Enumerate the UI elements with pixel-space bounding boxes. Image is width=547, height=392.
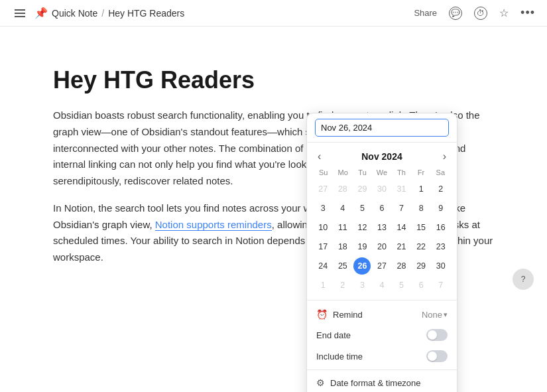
calendar-day[interactable]: 25: [334, 257, 351, 275]
calendar-day: 4: [373, 277, 391, 294]
more-button[interactable]: •••: [519, 5, 536, 21]
history-button[interactable]: ⏱: [473, 5, 489, 21]
hamburger-icon: [12, 7, 28, 20]
end-date-label: End date: [316, 330, 351, 340]
date-input-field[interactable]: [315, 119, 449, 137]
share-label: Share: [414, 8, 437, 18]
calendar-day[interactable]: 19: [353, 238, 371, 255]
popup-options: ⏰ Remind None ▾ End date Include time ⚙: [307, 300, 457, 392]
datepicker-popup: ‹ Nov 2024 › Su Mo Tu We Th Fr Sa 272829…: [306, 113, 457, 392]
calendar-day[interactable]: 4: [334, 200, 351, 217]
calendar-day: 29: [353, 180, 371, 198]
prev-month-button[interactable]: ‹: [315, 149, 324, 164]
end-date-row[interactable]: End date: [307, 324, 457, 346]
date-format-left: ⚙ Date format & timezone: [316, 377, 421, 388]
month-year-label: Nov 2024: [361, 151, 402, 162]
calendar-day[interactable]: 12: [353, 219, 371, 236]
breadcrumb-current[interactable]: Hey HTG Readers: [108, 8, 184, 19]
calendar-day[interactable]: 28: [393, 257, 410, 275]
calendar-day[interactable]: 23: [432, 238, 450, 255]
doc-title: Hey HTG Readers: [53, 66, 494, 94]
calendar-day[interactable]: 24: [314, 257, 332, 275]
calendar-day[interactable]: 14: [393, 219, 410, 236]
weekday-fr: Fr: [411, 166, 430, 178]
calendar-day[interactable]: 16: [432, 219, 450, 236]
calendar-day[interactable]: 29: [412, 257, 430, 275]
breadcrumb-root[interactable]: Quick Note: [52, 8, 97, 19]
app-header: 📌 Quick Note / Hey HTG Readers Share 💬 ⏱…: [0, 0, 547, 27]
gear-icon: ⚙: [316, 377, 325, 388]
calendar-day[interactable]: 3: [314, 200, 332, 217]
calendar-day[interactable]: 13: [373, 219, 391, 236]
weekday-we: We: [372, 166, 391, 178]
weekday-sa: Sa: [431, 166, 450, 178]
calendar-day[interactable]: 26: [353, 257, 371, 275]
date-format-row[interactable]: ⚙ Date format & timezone: [307, 373, 457, 392]
calendar-day[interactable]: 30: [432, 257, 450, 275]
weekday-mo: Mo: [333, 166, 352, 178]
calendar-day[interactable]: 22: [412, 238, 430, 255]
calendar-day[interactable]: 7: [393, 200, 410, 217]
calendar-day: 3: [353, 277, 371, 294]
calendar-day[interactable]: 6: [373, 200, 391, 217]
calendar-day: 6: [412, 277, 430, 294]
include-time-row[interactable]: Include time: [307, 346, 457, 367]
weekdays-row: Su Mo Tu We Th Fr Sa: [314, 166, 450, 178]
calendar-day: 31: [393, 180, 410, 198]
calendar-header: ‹ Nov 2024 ›: [307, 143, 457, 166]
calendar-day: 27: [314, 180, 332, 198]
calendar-day: 7: [432, 277, 450, 294]
comment-icon: 💬: [449, 7, 462, 20]
calendar-days: 2728293031123456789101112131415161718192…: [314, 180, 450, 294]
pin-icon: 📌: [34, 7, 48, 19]
end-date-toggle[interactable]: [426, 329, 448, 341]
calendar-day[interactable]: 8: [412, 200, 430, 217]
main-content: Hey HTG Readers Obsidian boasts robust s…: [0, 27, 547, 303]
history-icon: ⏱: [474, 7, 487, 20]
date-input-bar: [307, 113, 457, 143]
breadcrumb-separator: /: [101, 8, 104, 19]
calendar-day: 28: [334, 180, 351, 198]
remind-label: Remind: [333, 310, 363, 320]
weekday-th: Th: [392, 166, 411, 178]
more-icon: •••: [520, 6, 535, 20]
star-icon: ☆: [499, 7, 509, 19]
include-time-toggle[interactable]: [426, 350, 448, 362]
calendar-day: 5: [393, 277, 410, 294]
remind-icon: ⏰: [316, 309, 328, 320]
remind-row-left: ⏰ Remind: [316, 309, 363, 320]
calendar-day: 2: [334, 277, 351, 294]
weekday-su: Su: [314, 166, 333, 178]
avatar-initials: ?: [521, 275, 526, 284]
calendar-day[interactable]: 10: [314, 219, 332, 236]
remind-value: None ▾: [422, 310, 448, 320]
calendar-day[interactable]: 17: [314, 238, 332, 255]
calendar-day[interactable]: 11: [334, 219, 351, 236]
star-button[interactable]: ☆: [498, 5, 510, 21]
calendar-day[interactable]: 1: [412, 180, 430, 198]
calendar-day: 30: [373, 180, 391, 198]
calendar-grid: Su Mo Tu We Th Fr Sa 2728293031123456789…: [307, 166, 457, 300]
calendar-day[interactable]: 27: [373, 257, 391, 275]
calendar-day[interactable]: 15: [412, 219, 430, 236]
calendar-day[interactable]: 18: [334, 238, 351, 255]
remind-row[interactable]: ⏰ Remind None ▾: [307, 304, 457, 324]
calendar-day[interactable]: 20: [373, 238, 391, 255]
include-time-label: Include time: [316, 352, 363, 361]
options-divider: [307, 369, 457, 370]
share-button[interactable]: Share: [412, 7, 438, 19]
header-left: 📌 Quick Note / Hey HTG Readers: [11, 5, 184, 21]
weekday-tu: Tu: [353, 166, 372, 178]
calendar-day: 1: [314, 277, 332, 294]
menu-button[interactable]: [11, 5, 29, 21]
avatar[interactable]: ?: [513, 269, 534, 290]
next-month-button[interactable]: ›: [440, 149, 449, 164]
calendar-day[interactable]: 2: [432, 180, 450, 198]
notion-reminders-link[interactable]: Notion supports reminders: [155, 219, 272, 231]
comment-button[interactable]: 💬: [448, 5, 463, 21]
calendar-day[interactable]: 9: [432, 200, 450, 217]
header-right: Share 💬 ⏱ ☆ •••: [412, 5, 536, 21]
date-format-label: Date format & timezone: [330, 378, 421, 388]
calendar-day[interactable]: 5: [353, 200, 371, 217]
calendar-day[interactable]: 21: [393, 238, 410, 255]
